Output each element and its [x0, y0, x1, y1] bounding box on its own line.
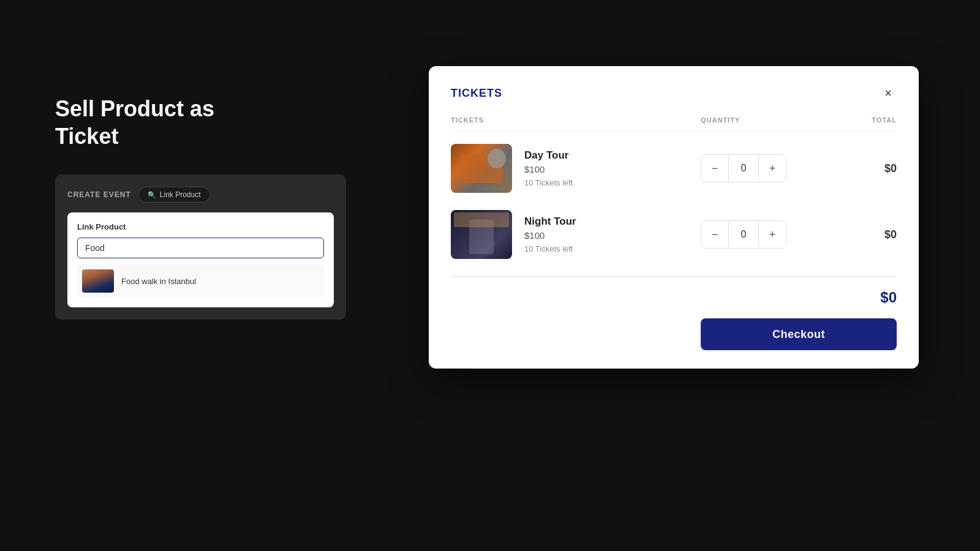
- day-tour-decrement-button[interactable]: −: [701, 155, 728, 182]
- close-button[interactable]: ×: [880, 84, 897, 102]
- create-event-card: CREATE EVENT 🔍 Link Product Link Product…: [55, 174, 346, 320]
- day-tour-img: [451, 144, 512, 193]
- day-tour-increment-button[interactable]: +: [759, 155, 786, 182]
- night-tour-increment-button[interactable]: +: [759, 221, 786, 248]
- night-tour-image: [451, 210, 512, 259]
- day-tour-total: $0: [823, 162, 897, 175]
- modal-divider: [451, 276, 897, 277]
- modal-footer: $0 Checkout: [451, 289, 897, 350]
- dropdown-result-item[interactable]: Food walk in Istanbul: [77, 264, 324, 298]
- result-thumbnail-img: [82, 269, 114, 293]
- night-tour-name: Night Tour: [524, 216, 576, 228]
- create-event-label: CREATE EVENT: [67, 190, 131, 199]
- night-tour-tickets-left: 10 Tickets left: [524, 244, 576, 253]
- create-event-header: CREATE EVENT 🔍 Link Product: [67, 187, 334, 203]
- night-tour-details: Night Tour $100 10 Tickets left: [524, 216, 576, 253]
- col-header-total: TOTAL: [823, 116, 897, 124]
- day-tour-quantity-value: 0: [728, 155, 759, 182]
- link-product-dropdown-title: Link Product: [77, 222, 324, 231]
- column-headers: TICKETS QUANTITY TOTAL: [451, 116, 897, 132]
- col-header-tickets: TICKETS: [451, 116, 701, 124]
- night-tour-img: [451, 210, 512, 259]
- link-product-input[interactable]: [77, 238, 324, 258]
- ticket-row-night-tour: Night Tour $100 10 Tickets left − 0 + $0: [451, 210, 897, 259]
- modal-header: TICKETS ×: [451, 84, 897, 102]
- left-section: Sell Product as Ticket CREATE EVENT 🔍 Li…: [55, 95, 346, 320]
- tickets-modal: TICKETS × TICKETS QUANTITY TOTAL Day Tou…: [429, 66, 919, 369]
- day-tour-details: Day Tour $100 10 Tickets left: [524, 149, 573, 187]
- day-tour-tickets-left: 10 Tickets left: [524, 178, 573, 187]
- result-thumbnail: [82, 269, 114, 293]
- ticket-info-night-tour: Night Tour $100 10 Tickets left: [451, 210, 701, 259]
- ticket-info-day-tour: Day Tour $100 10 Tickets left: [451, 144, 701, 193]
- night-tour-decrement-button[interactable]: −: [701, 221, 728, 248]
- night-tour-quantity-value: 0: [728, 221, 759, 248]
- link-product-dropdown: Link Product Food walk in Istanbul: [67, 212, 334, 307]
- ticket-row-day-tour: Day Tour $100 10 Tickets left − 0 + $0: [451, 144, 897, 193]
- day-tour-price: $100: [524, 164, 573, 174]
- link-product-button[interactable]: 🔍 Link Product: [138, 187, 210, 203]
- night-tour-total: $0: [823, 228, 897, 241]
- grand-total: $0: [880, 289, 897, 306]
- night-tour-price: $100: [524, 230, 576, 241]
- day-tour-name: Day Tour: [524, 149, 573, 162]
- main-heading: Sell Product as Ticket: [55, 95, 346, 150]
- result-label: Food walk in Istanbul: [121, 277, 196, 286]
- search-icon: 🔍: [148, 191, 156, 199]
- day-tour-image: [451, 144, 512, 193]
- col-header-quantity: QUANTITY: [701, 116, 823, 124]
- link-product-btn-label: Link Product: [160, 190, 201, 199]
- night-tour-quantity-stepper: − 0 +: [701, 220, 786, 249]
- modal-title: TICKETS: [451, 87, 502, 100]
- day-tour-quantity-stepper: − 0 +: [701, 154, 786, 182]
- checkout-button[interactable]: Checkout: [701, 318, 897, 350]
